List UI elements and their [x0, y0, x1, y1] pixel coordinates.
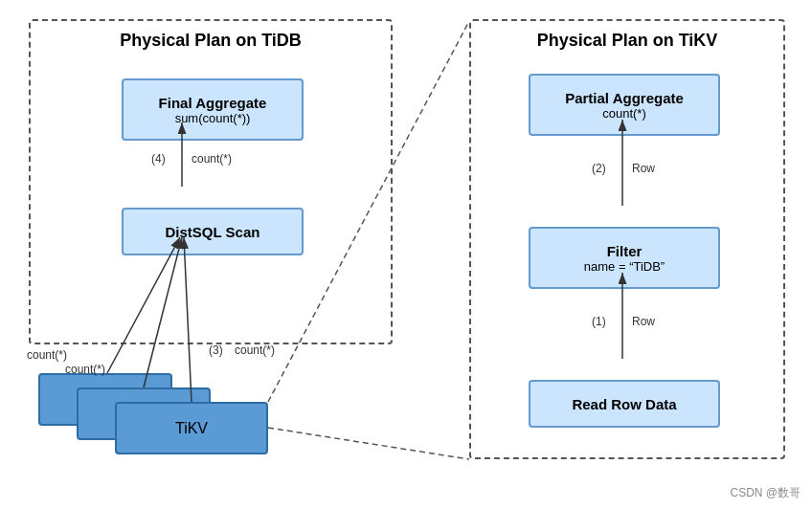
tikv-panel-title: Physical Plan on TiKV: [537, 31, 718, 51]
count-tikv1-label: count(*): [27, 348, 67, 362]
read-row-data-title: Read Row Data: [572, 396, 676, 412]
filter-sub: name = “TiDB”: [584, 259, 665, 274]
tikv-box-3: TiKV: [115, 402, 268, 454]
diagram-container: Physical Plan on TiDB Final Aggregate su…: [0, 0, 812, 509]
watermark: CSDN @数哥: [730, 485, 801, 501]
tikv-panel: Physical Plan on TiKV Partial Aggregate …: [469, 19, 785, 459]
step3-label: (3): [209, 343, 223, 357]
filter-box: Filter name = “TiDB”: [529, 227, 720, 289]
final-aggregate-sub: sum(count(*)): [175, 111, 251, 125]
tidb-panel-title: Physical Plan on TiDB: [120, 31, 302, 51]
final-aggregate-title: Final Aggregate: [159, 95, 267, 111]
tidb-panel: Physical Plan on TiDB Final Aggregate su…: [29, 19, 393, 344]
read-row-data-box: Read Row Data: [529, 380, 720, 428]
distsql-scan-title: DistSQL Scan: [166, 224, 260, 240]
tikv-label-3: TiKV: [175, 420, 208, 437]
svg-line-7: [268, 428, 469, 459]
count-tikv3-label: count(*): [235, 343, 275, 357]
final-aggregate-box: Final Aggregate sum(count(*)): [122, 78, 304, 141]
partial-aggregate-box: Partial Aggregate count(*): [529, 74, 720, 136]
filter-title: Filter: [607, 243, 643, 259]
partial-aggregate-title: Partial Aggregate: [565, 90, 684, 106]
partial-aggregate-sub: count(*): [602, 106, 646, 121]
distsql-scan-box: DistSQL Scan: [122, 208, 304, 255]
